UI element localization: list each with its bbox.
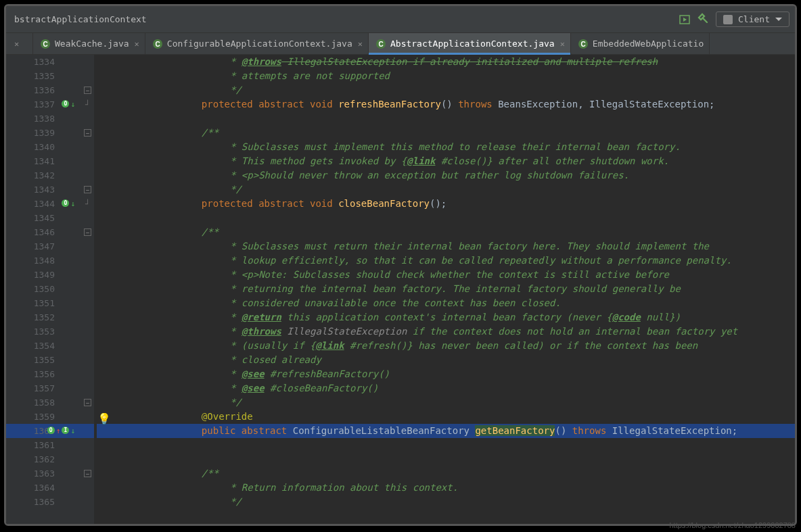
- code-line[interactable]: */: [97, 83, 795, 97]
- code-line[interactable]: * Return information about this context.: [97, 481, 795, 495]
- code-line[interactable]: * Subclasses must implement this method …: [97, 140, 795, 154]
- fold-toggle-icon[interactable]: −: [84, 228, 91, 236]
- gutter-row[interactable]: 1346−: [6, 225, 94, 239]
- code-area[interactable]: * @throws IllegalStateException if alrea…: [94, 55, 795, 524]
- gutter-row[interactable]: 1337O↓┘: [6, 97, 94, 112]
- gutter-row[interactable]: 1364: [6, 481, 94, 495]
- code-line[interactable]: */: [97, 395, 795, 410]
- code-line[interactable]: /**: [97, 126, 795, 140]
- gutter-row[interactable]: 1345: [6, 211, 94, 225]
- gutter-row[interactable]: 1350: [6, 282, 94, 296]
- gutter-override-icon[interactable]: O↑I↓: [47, 427, 75, 435]
- fold-toggle-icon[interactable]: −: [84, 399, 91, 406]
- line-number: 1357: [28, 383, 55, 393]
- close-icon[interactable]: ✕: [560, 39, 565, 49]
- fold-toggle-icon[interactable]: −: [84, 470, 91, 477]
- code-line[interactable]: /**: [97, 466, 795, 481]
- close-icon[interactable]: ✕: [358, 39, 363, 49]
- code-line[interactable]: [97, 452, 795, 466]
- gutter-row[interactable]: 1334: [6, 55, 94, 69]
- gutter-row[interactable]: 1335: [6, 69, 94, 83]
- gutter-row[interactable]: 1355: [6, 353, 94, 367]
- editor[interactable]: 133413351336−1337O↓┘13381339−13401341134…: [6, 55, 795, 524]
- gutter-row[interactable]: 1354: [6, 339, 94, 353]
- code-line[interactable]: protected abstract void closeBeanFactory…: [97, 197, 795, 211]
- watermark: https://blog.csdn.net/zhao1299002788: [669, 521, 796, 529]
- code-line[interactable]: protected abstract void refreshBeanFacto…: [97, 97, 795, 112]
- run-config-dropdown[interactable]: Client: [716, 11, 789, 27]
- code-line[interactable]: * @return this application context's int…: [97, 310, 795, 324]
- gutter-row[interactable]: 1363−: [6, 466, 94, 481]
- code-line[interactable]: */: [97, 183, 795, 197]
- gutter-row[interactable]: 1342: [6, 168, 94, 183]
- gutter-row[interactable]: 1336−: [6, 83, 94, 97]
- gutter-row[interactable]: 1349: [6, 268, 94, 282]
- gutter-row[interactable]: 1359: [6, 410, 94, 424]
- code-line[interactable]: * @see #refreshBeanFactory(): [97, 367, 795, 381]
- gutter-row[interactable]: 1352: [6, 310, 94, 324]
- code-line[interactable]: * Subclasses must return their internal …: [97, 239, 795, 253]
- gutter-override-icon[interactable]: O↓: [62, 100, 75, 109]
- code-line[interactable]: * (usually if {@link #refresh()} has nev…: [97, 339, 795, 353]
- code-line[interactable]: [97, 211, 795, 225]
- gutter-row[interactable]: 1338: [6, 112, 94, 126]
- editor-tab[interactable]: CWeakCache.java✕: [33, 33, 145, 54]
- gutter-override-icon[interactable]: O↓: [62, 199, 75, 208]
- code-line[interactable]: * <p>Should never throw an exception but…: [97, 168, 795, 183]
- gutter-row[interactable]: 1358−: [6, 395, 94, 410]
- gutter-row[interactable]: 1360O↑I↓: [6, 424, 94, 438]
- gutter-row[interactable]: 1344O↓┘: [6, 197, 94, 211]
- gutter-row[interactable]: 1353: [6, 324, 94, 339]
- code-line[interactable]: */: [97, 495, 795, 509]
- build-icon[interactable]: [697, 12, 709, 26]
- gutter-row[interactable]: 1357: [6, 381, 94, 395]
- gutter-row[interactable]: 1348: [6, 253, 94, 268]
- code-line[interactable]: [97, 112, 795, 126]
- line-number: 1337: [28, 99, 55, 110]
- code-line[interactable]: * This method gets invoked by {@link #cl…: [97, 154, 795, 168]
- line-number: 1335: [28, 71, 55, 81]
- intention-bulb-icon[interactable]: 💡: [97, 412, 111, 425]
- gutter-row[interactable]: 1343−: [6, 183, 94, 197]
- fold-toggle-icon[interactable]: −: [84, 129, 91, 137]
- gutter-row[interactable]: 1339−: [6, 126, 94, 140]
- gutter-row[interactable]: 1365: [6, 495, 94, 509]
- editor-tab[interactable]: CAbstractApplicationContext.java✕: [369, 33, 571, 54]
- code-line[interactable]: * returning the internal bean factory. T…: [97, 282, 795, 296]
- gutter-row[interactable]: 1341: [6, 154, 94, 168]
- gutter-row[interactable]: 1347: [6, 239, 94, 253]
- editor-tab[interactable]: CEmbeddedWebApplicatio: [571, 33, 710, 54]
- code-line[interactable]: * attempts are not supported: [97, 69, 795, 83]
- line-number: 1361: [28, 440, 55, 450]
- fold-toggle-icon[interactable]: −: [84, 87, 91, 94]
- line-number: 1350: [28, 284, 55, 294]
- gutter-row[interactable]: 1362: [6, 452, 94, 466]
- code-line[interactable]: @Override: [97, 410, 795, 424]
- breadcrumb[interactable]: bstractApplicationContext: [12, 14, 147, 24]
- gutter-row[interactable]: 1361: [6, 438, 94, 452]
- fold-toggle-icon[interactable]: ┘: [84, 101, 91, 108]
- gutter-row[interactable]: 1356: [6, 367, 94, 381]
- gutter-row[interactable]: 1351: [6, 296, 94, 310]
- fold-toggle-icon[interactable]: ┘: [84, 200, 91, 208]
- code-line[interactable]: * @see #closeBeanFactory(): [97, 381, 795, 395]
- editor-tab[interactable]: ✕: [6, 33, 33, 54]
- gutter-row[interactable]: 1340: [6, 140, 94, 154]
- fold-toggle-icon[interactable]: −: [84, 186, 91, 193]
- code-line[interactable]: /**: [97, 225, 795, 239]
- code-line[interactable]: public abstract ConfigurableListableBean…: [97, 424, 795, 438]
- close-icon[interactable]: ✕: [14, 39, 19, 49]
- code-line[interactable]: * <p>Note: Subclasses should check wheth…: [97, 268, 795, 282]
- line-number: 1336: [28, 85, 55, 95]
- editor-tab[interactable]: CConfigurableApplicationContext.java✕: [145, 33, 369, 54]
- gutter[interactable]: 133413351336−1337O↓┘13381339−13401341134…: [6, 55, 94, 524]
- code-line[interactable]: * considered unavailable once the contex…: [97, 296, 795, 310]
- code-line[interactable]: * lookup efficiently, so that it can be …: [97, 253, 795, 268]
- code-line[interactable]: * @throws IllegalStateException if alrea…: [97, 55, 795, 69]
- close-icon[interactable]: ✕: [135, 39, 139, 49]
- run-config-icon[interactable]: [679, 14, 690, 25]
- line-number: 1348: [28, 256, 55, 266]
- code-line[interactable]: * @throws IllegalStateException if the c…: [97, 324, 795, 339]
- code-line[interactable]: * closed already: [97, 353, 795, 367]
- code-line[interactable]: [97, 438, 795, 452]
